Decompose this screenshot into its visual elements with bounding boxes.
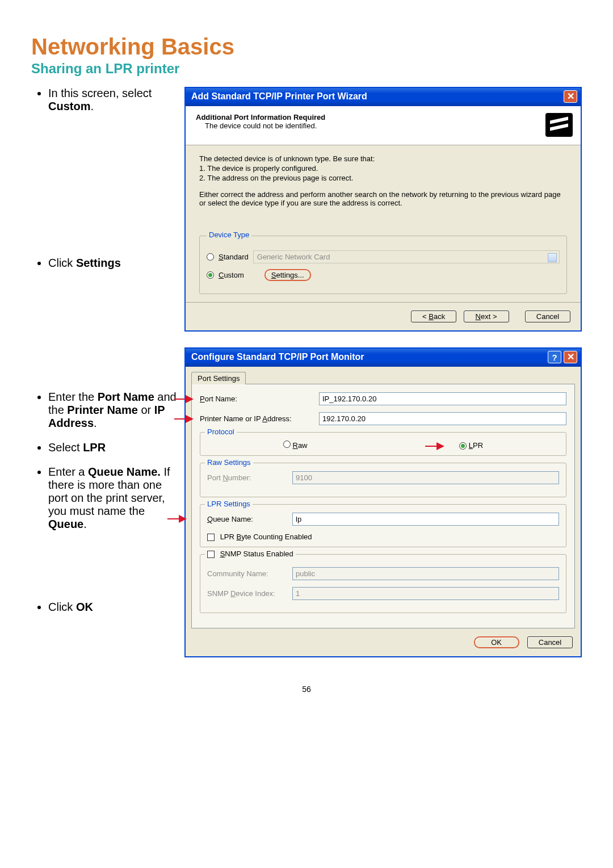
queue-name-label: Queue Name:	[207, 515, 287, 523]
ip-label: Printer Name or IP Address:	[200, 414, 313, 423]
instruction-1: In this screen, select Custom.	[48, 87, 179, 113]
port-number-input: 9100	[292, 471, 559, 484]
lpr-byte-checkbox-row: LPR Byte Counting Enabled	[207, 532, 559, 541]
wizard-body-line1: The detected device is of unknown type. …	[199, 154, 567, 163]
settings-button[interactable]: Settings...	[264, 269, 311, 281]
snmp-group: SNMP Status Enabled Community Name: publ…	[200, 554, 566, 613]
wizard-cancel-button[interactable]: Cancel	[525, 311, 570, 322]
wizard-body-line3: 2. The address on the previous page is c…	[199, 174, 567, 182]
configure-titlebar: Configure Standard TCP/IP Port Monitor ?…	[186, 349, 581, 367]
snmp-checkbox[interactable]	[207, 551, 215, 558]
configure-window: Configure Standard TCP/IP Port Monitor ?…	[184, 347, 582, 657]
device-type-legend: Device Type	[207, 230, 251, 239]
instruction-4: Select LPR	[48, 441, 179, 454]
arrow-icon	[179, 515, 187, 523]
radio-custom[interactable]	[207, 271, 214, 279]
instruction-5: Enter a Queue Name. If there is more tha…	[48, 466, 179, 531]
arrow-icon	[186, 415, 194, 423]
instruction-2: Click Settings	[48, 257, 179, 270]
close-icon[interactable]: ✕	[564, 90, 577, 103]
close-icon[interactable]: ✕	[564, 351, 577, 363]
instruction-column: In this screen, select Custom. Click Set…	[31, 87, 184, 618]
lpr-byte-label: LPR Byte Counting Enabled	[220, 532, 312, 541]
tab-port-settings[interactable]: Port Settings	[191, 372, 246, 384]
help-icon[interactable]: ?	[548, 351, 561, 363]
page-title: Networking Basics	[31, 34, 582, 60]
back-button[interactable]: < Back	[411, 311, 456, 322]
radio-custom-label: Custom	[219, 271, 244, 279]
radio-raw[interactable]	[283, 441, 291, 448]
snmp-index-input: 1	[292, 587, 559, 600]
community-input: public	[292, 567, 559, 580]
wizard-window: Add Standard TCP/IP Printer Port Wizard …	[184, 87, 582, 332]
lpr-settings-group: LPR Settings Queue Name: lp LPR Byte Cou…	[200, 504, 566, 547]
lpr-byte-checkbox[interactable]	[207, 534, 215, 541]
radio-lpr-label: LPR	[469, 441, 483, 450]
wizard-body-p2: Either correct the address and perform a…	[199, 190, 567, 207]
wizard-title: Add Standard TCP/IP Printer Port Wizard	[191, 91, 367, 102]
configure-title: Configure Standard TCP/IP Port Monitor	[191, 352, 364, 362]
ok-button[interactable]: OK	[474, 636, 519, 648]
radio-standard-label: Standard	[219, 253, 249, 261]
protocol-group: Protocol Raw LPR	[200, 432, 566, 456]
page-subtitle: Sharing an LPR printer	[31, 61, 582, 77]
radio-standard[interactable]	[207, 253, 214, 261]
radio-raw-label: Raw	[292, 441, 307, 450]
page-number: 56	[31, 685, 582, 694]
instruction-3: Enter the Port Name and the Printer Name…	[48, 391, 179, 430]
wizard-header-text: Additional Port Information Required The…	[196, 113, 325, 130]
radio-lpr[interactable]	[459, 442, 467, 450]
port-name-label: Port Name:	[200, 395, 313, 403]
raw-settings-legend: Raw Settings	[205, 458, 253, 467]
next-button[interactable]: Next >	[464, 311, 509, 322]
snmp-index-label: SNMP Device Index:	[207, 589, 287, 598]
arrow-icon	[186, 395, 194, 403]
device-type-group: Device Type Standard Generic Network Car…	[199, 236, 567, 294]
ip-input[interactable]: 192.170.0.20	[319, 412, 566, 425]
instruction-6: Click OK	[48, 601, 179, 614]
arrow-icon	[436, 442, 444, 450]
port-number-label: Port Number:	[207, 473, 287, 482]
wizard-body-line2: 1. The device is properly configured.	[199, 164, 567, 173]
snmp-label: SNMP Status Enabled	[220, 550, 293, 558]
wizard-titlebar: Add Standard TCP/IP Printer Port Wizard …	[186, 88, 581, 106]
port-name-input[interactable]: IP_192.170.0.20	[319, 392, 566, 405]
raw-settings-group: Raw Settings Port Number: 9100	[200, 463, 566, 497]
protocol-legend: Protocol	[205, 427, 237, 436]
lpr-settings-legend: LPR Settings	[205, 500, 253, 508]
config-cancel-button[interactable]: Cancel	[527, 636, 573, 648]
queue-name-input[interactable]: lp	[292, 513, 559, 526]
printer-icon	[545, 113, 573, 137]
standard-dropdown: Generic Network Card	[253, 250, 560, 263]
community-label: Community Name:	[207, 569, 287, 578]
